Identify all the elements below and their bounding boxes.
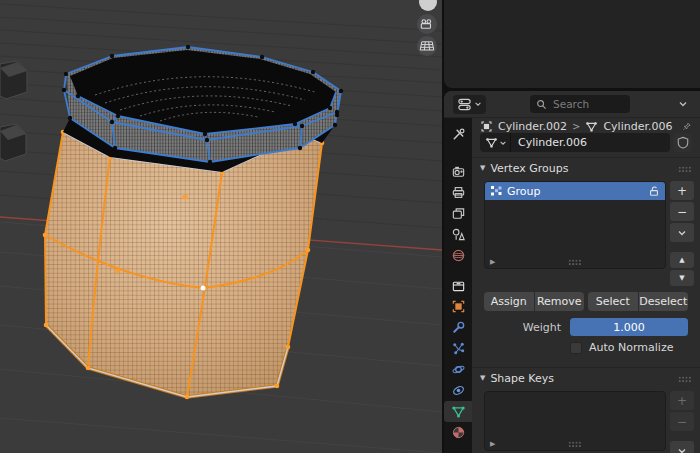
panel-collapse-icon: ▼ xyxy=(480,375,485,382)
select-button[interactable]: Select xyxy=(588,292,638,311)
vertex-groups-list: Group ▶ xyxy=(484,181,666,269)
breadcrumb-data-label: Cylinder.006 xyxy=(603,120,672,133)
tool-tab[interactable] xyxy=(444,124,472,145)
vertex-groups-header[interactable]: ▼ Vertex Groups xyxy=(472,158,700,179)
render-tab[interactable] xyxy=(444,161,472,182)
modifiers-tab[interactable] xyxy=(444,317,472,338)
view-layer-tab[interactable] xyxy=(444,203,472,224)
object-icon xyxy=(480,120,493,133)
scene-tab[interactable] xyxy=(444,224,472,245)
shape-key-specials-button[interactable] xyxy=(670,441,694,453)
chevron-down-icon xyxy=(474,100,482,108)
move-group-up-button[interactable]: ▲ xyxy=(670,252,694,268)
add-shape-key-button[interactable]: + xyxy=(670,391,694,410)
weight-row: Weight 1.000 xyxy=(472,311,700,336)
list-filter-expand[interactable]: ▶ xyxy=(490,258,495,266)
offscreen-cube-1[interactable] xyxy=(0,61,27,99)
vertex-group-actions: Assign Remove Select Deselect xyxy=(472,286,700,311)
vertex-groups-title: Vertex Groups xyxy=(490,162,568,175)
viewport-canvas[interactable] xyxy=(0,0,442,453)
particles-tab[interactable] xyxy=(444,338,472,359)
panel-drag-grip[interactable] xyxy=(678,376,692,382)
vertex-group-row[interactable]: Group xyxy=(485,182,665,200)
breadcrumb-mesh-data[interactable]: Cylinder.006 xyxy=(585,120,672,133)
output-tab[interactable] xyxy=(444,182,472,203)
chevron-down-icon xyxy=(678,99,688,109)
list-resize-grip[interactable] xyxy=(568,441,582,447)
browse-mesh-data-button[interactable] xyxy=(480,133,511,152)
list-resize-grip[interactable] xyxy=(568,259,582,265)
collection-tab[interactable] xyxy=(444,275,472,296)
physics-tab[interactable] xyxy=(444,359,472,380)
properties-editor-icon xyxy=(457,97,472,112)
mesh-data-icon xyxy=(485,136,498,149)
breadcrumb-separator: > xyxy=(572,121,580,132)
weight-label: Weight xyxy=(484,321,570,334)
header-options-button[interactable] xyxy=(674,96,692,112)
blender-window: Cylinder.002 > Cylinder.006 xyxy=(0,0,700,453)
properties-editor: Cylinder.002 > Cylinder.006 xyxy=(444,91,700,453)
pin-icon[interactable] xyxy=(682,120,692,133)
search-icon xyxy=(536,99,547,110)
shape-keys-title: Shape Keys xyxy=(490,372,554,385)
viewport-3d[interactable] xyxy=(0,0,442,453)
world-tab[interactable] xyxy=(444,245,472,266)
chevron-down-icon xyxy=(677,446,687,453)
remove-vertex-group-button[interactable]: − xyxy=(670,202,694,221)
properties-tabs xyxy=(444,118,472,453)
list-filter-expand[interactable]: ▶ xyxy=(490,440,495,448)
chevron-down-icon xyxy=(677,228,687,238)
remove-button[interactable]: Remove xyxy=(535,292,585,311)
editor-type-button[interactable] xyxy=(453,95,486,114)
ortho-grid-gizmo[interactable] xyxy=(417,36,437,56)
active-vertex[interactable] xyxy=(201,286,206,291)
breadcrumb: Cylinder.002 > Cylinder.006 xyxy=(472,120,700,133)
panel-drag-grip[interactable] xyxy=(678,166,692,172)
shield-icon xyxy=(677,136,689,149)
vertex-group-name: Group xyxy=(507,185,541,198)
constraints-tab[interactable] xyxy=(444,380,472,401)
vertex-group-icon xyxy=(490,185,502,197)
chevron-down-icon xyxy=(499,139,507,147)
list-footer: ▶ xyxy=(485,255,665,268)
remove-shape-key-button[interactable]: − xyxy=(670,412,694,431)
search-input[interactable] xyxy=(551,97,621,111)
object-tab[interactable] xyxy=(444,296,472,317)
camera-view-gizmo[interactable] xyxy=(417,14,437,34)
fake-user-shield-button[interactable] xyxy=(673,133,692,152)
auto-normalize-label: Auto Normalize xyxy=(589,341,673,354)
offscreen-cube-2[interactable] xyxy=(0,124,26,161)
shape-keys-header[interactable]: ▼ Shape Keys xyxy=(472,368,700,389)
right-editors: Cylinder.002 > Cylinder.006 xyxy=(442,0,700,453)
mesh-data-icon xyxy=(585,120,598,133)
mesh-cylinder-body[interactable] xyxy=(43,130,325,400)
auto-normalize-checkbox[interactable] xyxy=(570,342,582,354)
vertex-group-specials-button[interactable] xyxy=(670,223,694,242)
properties-content: Cylinder.002 > Cylinder.006 xyxy=(472,118,700,453)
vertex-groups-tools: + − ▲ ▼ xyxy=(670,181,694,286)
vertex-groups-panel: ▼ Vertex Groups xyxy=(472,157,700,362)
material-tab[interactable] xyxy=(444,422,472,443)
deselect-button[interactable]: Deselect xyxy=(639,292,689,311)
shape-keys-tools: + − xyxy=(670,391,694,453)
shape-keys-panel: ▼ Shape Keys ▶ xyxy=(472,367,700,453)
datablock-name-row xyxy=(472,133,700,152)
search-box[interactable] xyxy=(530,95,630,113)
outliner-editor[interactable] xyxy=(444,0,700,88)
breadcrumb-object-label: Cylinder.002 xyxy=(498,120,567,133)
breadcrumb-object[interactable]: Cylinder.002 xyxy=(480,120,567,133)
properties-header xyxy=(444,91,700,118)
assign-button[interactable]: Assign xyxy=(484,292,534,311)
panel-collapse-icon: ▼ xyxy=(480,165,485,172)
move-group-down-button[interactable]: ▼ xyxy=(670,270,694,286)
shape-keys-list: ▶ xyxy=(484,391,666,451)
list-footer: ▶ xyxy=(485,437,665,450)
weight-slider[interactable]: 1.000 xyxy=(570,318,688,336)
lock-open-icon[interactable] xyxy=(648,185,660,197)
auto-normalize-row: Auto Normalize xyxy=(472,336,700,362)
add-vertex-group-button[interactable]: + xyxy=(670,181,694,200)
object-data-tab[interactable] xyxy=(444,401,472,422)
mesh-name-field[interactable] xyxy=(511,133,670,152)
